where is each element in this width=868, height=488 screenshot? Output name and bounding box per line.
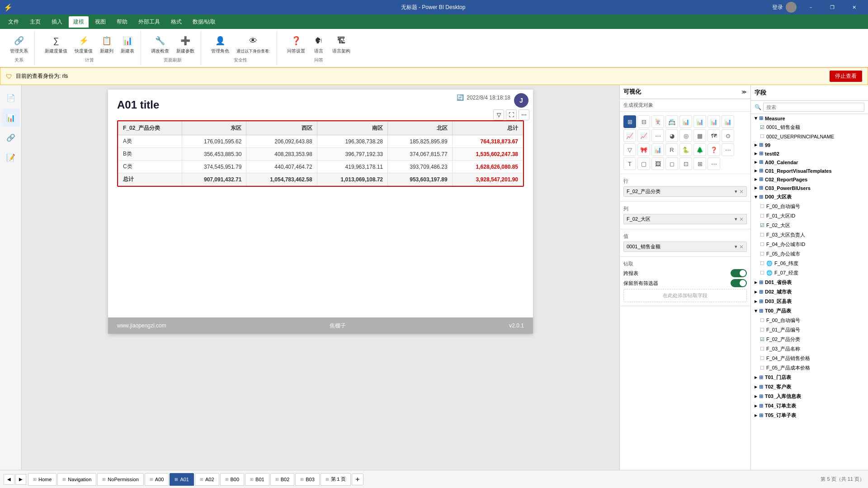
tab-b01[interactable]: ⊞ B01 (245, 473, 269, 486)
field-item-username[interactable]: ☐ 0002_USERPRINCIPALNAME (751, 132, 868, 141)
viz-button-icon[interactable]: ▢ (637, 157, 650, 170)
viz-textbox-icon[interactable]: T (623, 157, 636, 170)
viz-gauge-icon[interactable]: ⊙ (722, 129, 734, 142)
field-item-d00-04[interactable]: ☐ F_04_办公城市ID (751, 240, 868, 249)
viz-treemap-icon[interactable]: ▦ (693, 129, 706, 142)
field-group-t01[interactable]: ▸ ⊞ T01_门店表 (751, 373, 868, 382)
field-item-t00-02[interactable]: ☑ F_02_产品分类 (751, 335, 868, 344)
more-options-icon[interactable]: ⋯ (519, 109, 529, 120)
viz-waterfall-icon[interactable]: 📊 (651, 143, 664, 156)
ribbon-btn-new-param[interactable]: ➕ 新建参数 (174, 33, 197, 56)
field-group-d00[interactable]: ▾ ⊞ D00_大区表 (751, 192, 868, 202)
menu-view[interactable]: 视图 (90, 16, 110, 28)
field-group-t00[interactable]: ▾ ⊞ T00_产品表 (751, 306, 868, 316)
field-group-calendar[interactable]: ▸ ⊞ A00_Calendar (751, 158, 868, 166)
field-item-sales[interactable]: ☑ 0001_销售金额 (751, 123, 868, 132)
viz-area-icon[interactable]: 📈 (637, 129, 650, 142)
filter-icon[interactable]: ▽ (493, 109, 504, 120)
field-group-c01[interactable]: ▸ ⊞ C01_ReportVisualTemplates (751, 166, 868, 175)
field-item-t00-03[interactable]: ☐ F_03_产品名称 (751, 344, 868, 354)
ribbon-btn-new-measure[interactable]: ∑ 新建度量值 (42, 33, 70, 56)
menu-data-drill[interactable]: 数据/钻取 (188, 16, 220, 28)
field-item-t00-00[interactable]: ☐ F_00_自动编号 (751, 316, 868, 325)
ribbon-btn-quick-measure[interactable]: ⚡ 快度量值 (72, 33, 95, 56)
ribbon-btn-new-column[interactable]: 📋 新建列 (97, 33, 116, 56)
ribbon-btn-new-table[interactable]: 📊 新建表 (118, 33, 137, 56)
field-item-d00-00[interactable]: ☐ F_00_自动编号 (751, 202, 868, 211)
field-group-measure[interactable]: ▾ ⊞ Measure (751, 114, 868, 123)
cross-report-toggle[interactable] (731, 269, 747, 277)
restore-btn[interactable]: ❐ (822, 0, 843, 14)
tab-a00[interactable]: ⊞ A00 (145, 473, 169, 486)
menu-help[interactable]: 帮助 (112, 16, 132, 28)
drill-field-drop[interactable]: 在此处添加钻取字段 (623, 289, 747, 302)
viz-py-icon[interactable]: 🐍 (679, 143, 692, 156)
ribbon-btn-lang-schema[interactable]: 🏗 语言架构 (330, 33, 353, 56)
user-label[interactable]: 登录 (772, 4, 783, 11)
menu-insert[interactable]: 插入 (47, 16, 67, 28)
field-group-99[interactable]: ▸ ⊞ 99 (751, 141, 868, 149)
row-field-arrow[interactable]: ▾ (735, 189, 737, 195)
sidebar-report-icon[interactable]: 📄 (2, 89, 20, 107)
field-group-t05[interactable]: ▸ ⊞ T05_订单子表 (751, 411, 868, 420)
tab-nopermission[interactable]: ⊞ NoPermission (97, 473, 143, 486)
viz-ribbon-icon[interactable]: 🎀 (637, 143, 650, 156)
field-item-d00-02[interactable]: ☑ F_02_大区 (751, 221, 868, 230)
viz-matrix-icon[interactable]: ⊟ (637, 115, 650, 128)
ribbon-btn-language[interactable]: 🗣 语言 (310, 33, 328, 56)
viz-scatter-icon[interactable]: ⋯ (651, 129, 664, 142)
add-page-btn[interactable]: + (352, 474, 363, 485)
field-item-d00-05[interactable]: ☐ F_05_办公城市 (751, 249, 868, 259)
tab-page1[interactable]: ⊞ 第１页 (321, 473, 351, 486)
viz-donut-icon[interactable]: ◎ (679, 129, 692, 142)
sidebar-model-icon[interactable]: 🔗 (2, 128, 20, 147)
ribbon-btn-manage-role[interactable]: 👤 管理角色 (208, 33, 232, 56)
minimize-btn[interactable]: － (800, 0, 821, 14)
fullscreen-icon[interactable]: ⛶ (506, 109, 517, 120)
viz-custom-icon[interactable]: ⋯ (722, 143, 734, 156)
viz-decomp-icon[interactable]: 🌲 (693, 143, 706, 156)
ribbon-btn-modify-check[interactable]: 🔧 调改检查 (148, 33, 172, 56)
row-field-remove[interactable]: ✕ (739, 189, 744, 195)
val-field-remove[interactable]: ✕ (739, 244, 744, 250)
expand-icon[interactable]: ≫ (741, 89, 747, 95)
field-group-d01[interactable]: ▸ ⊞ D01_省份表 (751, 278, 868, 287)
nav-prev-btn[interactable]: ◀ (4, 474, 14, 485)
tab-navigation[interactable]: ⊞ Navigation (57, 473, 96, 486)
ribbon-btn-qa-settings[interactable]: ❓ 问答设置 (284, 33, 308, 56)
keep-filters-toggle[interactable] (731, 279, 747, 287)
viz-column-icon[interactable]: 📊 (708, 115, 720, 128)
menu-home[interactable]: 主页 (25, 16, 45, 28)
menu-modeling[interactable]: 建模 (69, 16, 89, 28)
menu-file[interactable]: 文件 (4, 16, 24, 28)
tab-home[interactable]: ⊞ Home (28, 473, 57, 486)
viz-kpi-icon[interactable]: 📊 (679, 115, 692, 128)
viz-card-icon[interactable]: 🃏 (651, 115, 664, 128)
viz-shape-icon[interactable]: ◻ (665, 157, 678, 170)
viz-funnel-icon[interactable]: ▽ (623, 143, 636, 156)
field-group-c03[interactable]: ▸ ⊞ C03_PowerBIUsers (751, 184, 868, 192)
viz-more-icon[interactable]: ⋯ (708, 157, 720, 170)
tab-a01[interactable]: ⊞ A01 (170, 473, 194, 486)
viz-qna-icon[interactable]: ❓ (708, 143, 720, 156)
tab-b00[interactable]: ⊞ B00 (220, 473, 245, 486)
fields-search-input[interactable] (763, 103, 864, 112)
tab-b02[interactable]: ⊞ B02 (270, 473, 295, 486)
viz-image-icon[interactable]: 🖼 (651, 157, 664, 170)
viz-bar-icon[interactable]: 📊 (693, 115, 706, 128)
sidebar-dax-icon[interactable]: 📝 (2, 148, 20, 166)
field-group-t02[interactable]: ▸ ⊞ T02_客户表 (751, 382, 868, 392)
viz-table-icon[interactable]: ⊞ (623, 115, 636, 128)
viz-r-icon[interactable]: R (665, 143, 678, 156)
viz-100-icon[interactable]: 📊 (722, 115, 734, 128)
field-item-d00-01[interactable]: ☐ F_01_大区ID (751, 211, 868, 221)
field-group-t03[interactable]: ▸ ⊞ T03_入库信息表 (751, 392, 868, 401)
field-item-t00-01[interactable]: ☐ F_01_产品编号 (751, 325, 868, 335)
val-field-arrow[interactable]: ▾ (735, 244, 737, 250)
field-item-t00-04[interactable]: ☐ F_04_产品销售价格 (751, 354, 868, 363)
col-field-arrow[interactable]: ▾ (735, 216, 737, 223)
field-group-t04[interactable]: ▸ ⊞ T04_订单主表 (751, 401, 868, 411)
ribbon-btn-view-as[interactable]: 👁 通过以下身份查看: (234, 33, 273, 56)
field-item-d00-03[interactable]: ☐ F_03_大区负责人 (751, 230, 868, 240)
viz-pie-icon[interactable]: ◕ (665, 129, 678, 142)
